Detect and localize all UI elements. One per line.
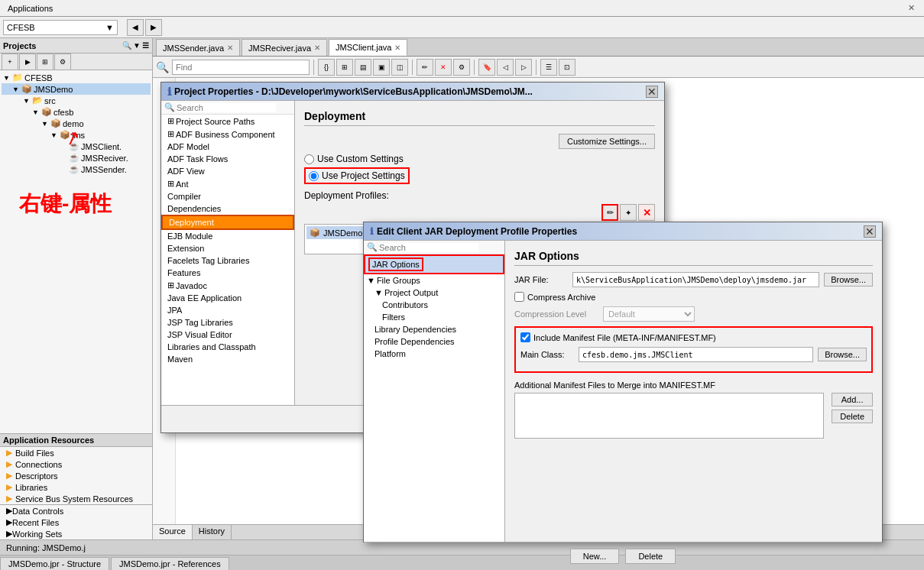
tree-node-cfesb[interactable]: ▼ 📁 CFESB bbox=[2, 72, 151, 83]
include-manifest-checkbox[interactable] bbox=[520, 332, 530, 342]
props-search-input[interactable] bbox=[177, 103, 276, 112]
tree-node-cfesb2[interactable]: ▼ 📦 cfesb bbox=[2, 106, 151, 118]
jmsdemo-references-tab[interactable]: JMSDemo.jpr - References bbox=[111, 557, 229, 570]
main-class-input[interactable] bbox=[579, 347, 813, 362]
projects-search-btn[interactable]: 🔍 bbox=[122, 41, 131, 50]
tb-7[interactable]: ✕ bbox=[435, 59, 452, 76]
nav-deployment[interactable]: Deployment bbox=[161, 215, 294, 230]
tb-5[interactable]: ◫ bbox=[391, 59, 408, 76]
jar-search-input[interactable] bbox=[379, 243, 478, 252]
filter-btn[interactable]: ⊞ bbox=[37, 53, 53, 70]
tree-node-jmsreciver[interactable]: ☕ JMSReciver. bbox=[2, 152, 151, 164]
run-btn[interactable]: ▶ bbox=[19, 53, 36, 70]
jar-nav-options[interactable]: JAR Options bbox=[364, 254, 504, 274]
nav-ant[interactable]: ⊞ Ant bbox=[161, 177, 294, 190]
tab-jmssender-close[interactable]: ✕ bbox=[227, 44, 233, 52]
history-tab[interactable]: History bbox=[193, 525, 232, 539]
nav-adf-business[interactable]: ⊞ ADF Business Component bbox=[161, 128, 294, 141]
nav-maven[interactable]: Maven bbox=[161, 353, 294, 365]
radio-custom-input[interactable] bbox=[304, 154, 314, 164]
libraries-item[interactable]: ▶ Libraries bbox=[0, 481, 152, 493]
nav-javadoc[interactable]: ⊞ Javadoc bbox=[161, 279, 294, 292]
nav-libraries[interactable]: Libraries and Classpath bbox=[161, 341, 294, 353]
nav-facelets[interactable]: Facelets Tag Libraries bbox=[161, 254, 294, 267]
edit-jar-close[interactable]: ✕ bbox=[864, 225, 876, 238]
menu-close-btn[interactable]: ✕ bbox=[908, 3, 915, 13]
add-profile-btn[interactable]: ✦ bbox=[620, 204, 637, 221]
tree-node-jmsdemo[interactable]: ▼ 📦 JMSDemo bbox=[2, 83, 151, 95]
tb-11[interactable]: ▷ bbox=[515, 59, 532, 76]
tb-3[interactable]: ▤ bbox=[355, 59, 371, 76]
add-manifest-btn[interactable]: Add... bbox=[832, 393, 873, 406]
build-files-item[interactable]: ▶ Build Files bbox=[0, 447, 152, 458]
connections-item[interactable]: ▶ Connections bbox=[0, 458, 152, 470]
projects-filter-btn[interactable]: ▼ bbox=[133, 41, 141, 50]
new-jar-btn[interactable]: New... bbox=[570, 549, 620, 564]
tab-jmsclient-close[interactable]: ✕ bbox=[394, 44, 400, 52]
delete-manifest-btn[interactable]: Delete bbox=[832, 410, 873, 423]
nav-jpa[interactable]: JPA bbox=[161, 304, 294, 316]
toolbar-btn-1[interactable]: ◀ bbox=[127, 19, 144, 36]
jar-nav-platform[interactable]: Platform bbox=[364, 348, 504, 360]
projects-menu-btn[interactable]: ☰ bbox=[142, 41, 149, 50]
working-sets-item[interactable]: ▶ Working Sets bbox=[0, 528, 152, 539]
nav-javaee[interactable]: Java EE Application bbox=[161, 292, 294, 304]
jar-nav-contributors[interactable]: Contributors bbox=[364, 299, 504, 311]
tb-2[interactable]: ⊞ bbox=[336, 59, 353, 76]
tab-jmsreciver[interactable]: JMSReciver.java ✕ bbox=[242, 39, 327, 56]
nav-jsp-visual[interactable]: JSP Visual Editor bbox=[161, 329, 294, 341]
tab-jmsreciver-close[interactable]: ✕ bbox=[314, 44, 320, 52]
tab-jmsclient[interactable]: JMSClient.java ✕ bbox=[329, 39, 407, 56]
radio-project-input[interactable] bbox=[309, 171, 319, 181]
tb-6[interactable]: ✏ bbox=[417, 59, 433, 76]
nav-features[interactable]: Features bbox=[161, 267, 294, 279]
nav-jsp-tag[interactable]: JSP Tag Libraries bbox=[161, 316, 294, 329]
jar-browse2-btn[interactable]: Browse... bbox=[818, 348, 867, 361]
recent-files-item[interactable]: ▶ Recent Files bbox=[0, 517, 152, 528]
jar-nav-filters[interactable]: Filters bbox=[364, 311, 504, 323]
jar-nav-lib-deps[interactable]: Library Dependencies bbox=[364, 323, 504, 335]
nav-adf-view[interactable]: ADF View bbox=[161, 165, 294, 177]
menu-applications[interactable]: Applications bbox=[3, 2, 57, 15]
find-input[interactable] bbox=[176, 63, 290, 72]
tb-4[interactable]: ▣ bbox=[373, 59, 390, 76]
new-btn[interactable]: + bbox=[2, 53, 18, 70]
cfesb-dropdown[interactable]: CFESB ▼ bbox=[3, 20, 118, 35]
compression-select[interactable]: Default bbox=[603, 306, 695, 322]
compress-checkbox[interactable] bbox=[514, 292, 524, 302]
jar-nav-project-output[interactable]: ▼ Project Output bbox=[364, 287, 504, 299]
tab-jmssender[interactable]: JMSSender.java ✕ bbox=[156, 39, 240, 56]
jar-file-input[interactable] bbox=[572, 272, 819, 287]
toolbar-btn-2[interactable]: ▶ bbox=[145, 19, 162, 36]
tb-10[interactable]: ◁ bbox=[497, 59, 514, 76]
delete-jar-btn[interactable]: Delete bbox=[625, 549, 676, 564]
tree-node-jmssender[interactable]: ☕ JMSSender. bbox=[2, 164, 151, 175]
jar-nav-profile-deps[interactable]: Profile Dependencies bbox=[364, 335, 504, 348]
nav-extension[interactable]: Extension bbox=[161, 242, 294, 254]
tb-12[interactable]: ☰ bbox=[540, 59, 557, 76]
nav-ejb[interactable]: EJB Module bbox=[161, 230, 294, 242]
service-bus-item[interactable]: ▶ Service Bus System Resources bbox=[0, 493, 152, 504]
nav-project-source[interactable]: ⊞ Project Source Paths bbox=[161, 115, 294, 128]
jar-nav-filegroups[interactable]: ▼ File Groups bbox=[364, 274, 504, 287]
edit-profile-btn[interactable]: ✏ bbox=[601, 204, 618, 221]
source-tab[interactable]: Source bbox=[153, 525, 193, 539]
nav-adf-model[interactable]: ADF Model bbox=[161, 141, 294, 153]
delete-profile-btn[interactable]: ✕ bbox=[638, 204, 655, 221]
nav-dependencies[interactable]: Dependencies bbox=[161, 202, 294, 215]
tb-9[interactable]: 🔖 bbox=[478, 59, 495, 76]
tb-1[interactable]: {} bbox=[318, 59, 335, 76]
descriptors-item[interactable]: ▶ Descriptors bbox=[0, 470, 152, 481]
nav-adf-task[interactable]: ADF Task Flows bbox=[161, 153, 294, 165]
customize-settings-btn[interactable]: Customize Settings... bbox=[559, 134, 655, 149]
tb-13[interactable]: ⊡ bbox=[559, 59, 575, 76]
data-controls-item[interactable]: ▶ Data Controls bbox=[0, 505, 152, 517]
settings-btn[interactable]: ⚙ bbox=[54, 53, 71, 70]
tree-node-src[interactable]: ▼ 📂 src bbox=[2, 95, 151, 106]
proj-props-close[interactable]: ✕ bbox=[646, 86, 658, 98]
nav-compiler[interactable]: Compiler bbox=[161, 190, 294, 202]
jmsdemo-structure-tab[interactable]: JMSDemo.jpr - Structure bbox=[0, 557, 109, 570]
jar-browse1-btn[interactable]: Browse... bbox=[824, 273, 873, 287]
tb-8[interactable]: ⚙ bbox=[453, 59, 470, 76]
find-box[interactable] bbox=[172, 60, 310, 75]
